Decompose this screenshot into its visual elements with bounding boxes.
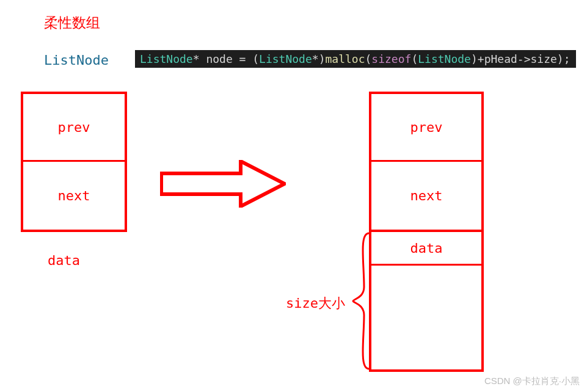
tok-op: *)	[312, 53, 326, 65]
tok-op: *	[193, 53, 206, 65]
size-label: size大小	[286, 294, 345, 313]
struct-box-right: prev next	[369, 92, 484, 232]
title-struct-name: ListNode	[44, 53, 109, 68]
flex-member-label-left: data	[48, 253, 80, 268]
tok-type: ListNode	[259, 53, 312, 65]
tok-op: = (	[239, 53, 260, 65]
struct-box-left: prev next	[21, 92, 127, 232]
tok-id: node	[206, 53, 239, 65]
member-next: next	[371, 162, 481, 230]
member-next: next	[23, 162, 125, 230]
tok-type: ListNode	[140, 53, 193, 65]
flex-data-body	[371, 266, 481, 369]
tok-type: ListNode	[418, 53, 471, 65]
tok-op: )+	[471, 53, 484, 65]
flex-member-label-right: data	[371, 232, 481, 266]
tok-semi: ;	[564, 53, 571, 65]
tok-op: (	[365, 53, 372, 65]
flex-data-box: data	[369, 232, 484, 372]
arrow-icon	[160, 160, 286, 208]
tok-op: )	[557, 53, 564, 65]
tok-id: size	[531, 53, 557, 65]
tok-op: (	[411, 53, 418, 65]
member-prev: prev	[371, 94, 481, 162]
code-line: ListNode* node = (ListNode*)malloc(sizeo…	[135, 50, 576, 68]
tok-kw: sizeof	[371, 53, 411, 65]
tok-func: malloc	[325, 53, 365, 65]
tok-id: pHead	[484, 53, 517, 65]
tok-arrow: ->	[517, 53, 531, 65]
curly-brace-icon	[352, 232, 370, 370]
watermark: CSDN @卡拉肖克·小黑	[484, 376, 580, 387]
title-flex-array: 柔性数组	[44, 13, 100, 32]
member-prev: prev	[23, 94, 125, 162]
